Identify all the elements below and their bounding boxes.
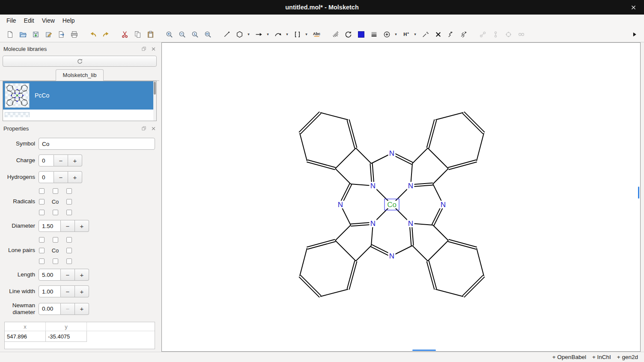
atom-label-Co[interactable]: Co bbox=[387, 201, 397, 209]
hydrogens-decrease-button[interactable]: − bbox=[54, 171, 68, 183]
radical-checkbox[interactable] bbox=[39, 210, 45, 215]
radical-checkbox[interactable] bbox=[53, 210, 58, 215]
atom-label-N[interactable]: N bbox=[370, 182, 376, 190]
radical-checkbox[interactable] bbox=[53, 188, 58, 194]
line-width-tool-button[interactable] bbox=[367, 28, 380, 40]
diameter-increase-button[interactable]: + bbox=[75, 220, 89, 232]
lone-pair-checkbox[interactable] bbox=[39, 258, 45, 264]
radical-checkbox[interactable] bbox=[39, 199, 45, 205]
charge-tool-button[interactable] bbox=[380, 28, 393, 40]
refresh-library-button[interactable] bbox=[3, 56, 157, 67]
bracket-tool-button[interactable] bbox=[291, 28, 304, 40]
menu-file[interactable]: File bbox=[3, 15, 20, 27]
menu-help[interactable]: Help bbox=[59, 15, 79, 27]
rotate-tool-button[interactable] bbox=[342, 28, 355, 40]
redo-button[interactable] bbox=[99, 28, 112, 40]
charge-decrease-button[interactable]: − bbox=[54, 154, 68, 166]
text-tool-button[interactable]: Abc bbox=[310, 28, 323, 40]
lone-pair-checkbox[interactable] bbox=[53, 258, 58, 264]
length-increase-button[interactable]: + bbox=[75, 269, 89, 281]
library-scrollbar[interactable] bbox=[153, 81, 156, 121]
atom-label-N[interactable]: N bbox=[389, 252, 394, 260]
lone-pair-checkbox[interactable] bbox=[39, 248, 45, 253]
arrow-tool-dropdown-caret[interactable]: ▾ bbox=[265, 28, 271, 40]
hash-bond-tool-button[interactable] bbox=[329, 28, 342, 40]
line-width-increase-button[interactable]: + bbox=[75, 285, 89, 297]
canvas-vertical-scrollbar[interactable] bbox=[638, 187, 639, 199]
properties-dock-close-button[interactable] bbox=[150, 125, 157, 132]
lone-pair-checkbox[interactable] bbox=[39, 237, 45, 243]
lone-pair-checkbox[interactable] bbox=[66, 237, 72, 243]
atom-label-N[interactable]: N bbox=[389, 149, 394, 157]
coordinates-column-y[interactable]: y bbox=[46, 322, 87, 331]
library-item-partial[interactable] bbox=[5, 112, 30, 117]
hydrogens-input[interactable] bbox=[39, 171, 54, 183]
export-document-button[interactable] bbox=[55, 28, 68, 40]
zoom-original-button[interactable]: 1 bbox=[188, 28, 201, 40]
coordinate-x-cell[interactable]: 547.896 bbox=[5, 331, 46, 342]
print-document-button[interactable] bbox=[68, 28, 80, 40]
library-dock-close-button[interactable] bbox=[150, 45, 157, 52]
hydrogen-tool-dropdown-caret[interactable]: ▾ bbox=[412, 28, 418, 40]
tab-molsketch-lib[interactable]: Molsketch_lib bbox=[56, 69, 104, 81]
color-picker-button[interactable] bbox=[355, 28, 367, 40]
lone-pair-checkbox[interactable] bbox=[53, 237, 58, 243]
atom-label-N[interactable]: N bbox=[338, 201, 343, 209]
atom-label-N[interactable]: N bbox=[408, 220, 413, 228]
ring-tool-button[interactable] bbox=[233, 28, 246, 40]
atom-label-N[interactable]: N bbox=[408, 182, 413, 190]
lone-pair-checkbox[interactable] bbox=[66, 248, 72, 253]
copy-button[interactable] bbox=[131, 28, 144, 40]
library-dock-float-button[interactable] bbox=[140, 45, 147, 52]
save-document-as-button[interactable] bbox=[42, 28, 55, 40]
diameter-input[interactable] bbox=[39, 220, 61, 232]
toolbar-overflow-button[interactable] bbox=[628, 28, 641, 40]
zoom-out-button[interactable] bbox=[176, 28, 188, 40]
bracket-tool-dropdown-caret[interactable]: ▾ bbox=[304, 28, 309, 40]
draw-bond-button[interactable] bbox=[220, 28, 233, 40]
atom-label-N[interactable]: N bbox=[441, 201, 446, 209]
radical-checkbox[interactable] bbox=[39, 188, 45, 194]
line-width-decrease-button[interactable]: − bbox=[61, 285, 75, 297]
coordinates-column-x[interactable]: x bbox=[5, 322, 46, 331]
menu-edit[interactable]: Edit bbox=[20, 15, 38, 27]
curved-arrow-tool-button[interactable] bbox=[271, 28, 284, 40]
undo-button[interactable] bbox=[86, 28, 99, 40]
library-scrollbar-thumb[interactable] bbox=[154, 82, 156, 95]
atom-label-N[interactable]: N bbox=[370, 220, 376, 228]
line-width-input[interactable] bbox=[39, 285, 61, 297]
new-document-button[interactable] bbox=[3, 28, 16, 40]
canvas-horizontal-scrollbar[interactable] bbox=[412, 350, 436, 351]
arrow-tool-button[interactable] bbox=[252, 28, 265, 40]
drawing-canvas[interactable]: CoNNNNNNNN bbox=[161, 42, 641, 352]
zoom-fit-button[interactable] bbox=[201, 28, 214, 40]
hydrogens-increase-button[interactable]: + bbox=[68, 171, 82, 183]
diameter-decrease-button[interactable]: − bbox=[61, 220, 75, 232]
save-document-button[interactable] bbox=[29, 28, 42, 40]
zoom-in-button[interactable] bbox=[163, 28, 176, 40]
lone-pair-checkbox[interactable] bbox=[66, 258, 72, 264]
coordinate-y-cell[interactable]: -35.4075 bbox=[46, 331, 87, 342]
open-document-button[interactable] bbox=[16, 28, 29, 40]
electron-pair-shift-tool-button[interactable] bbox=[457, 28, 470, 40]
newman-diameter-input[interactable] bbox=[39, 303, 61, 315]
radical-checkbox[interactable] bbox=[66, 199, 72, 205]
cut-button[interactable] bbox=[118, 28, 131, 40]
library-item-pcco[interactable]: PcCo bbox=[3, 81, 156, 110]
symbol-input[interactable] bbox=[39, 138, 155, 150]
molecule-drawing[interactable]: CoNNNNNNNN bbox=[162, 43, 640, 351]
charge-tool-dropdown-caret[interactable]: ▾ bbox=[393, 28, 399, 40]
menu-view[interactable]: View bbox=[38, 15, 59, 27]
curved-arrow-tool-dropdown-caret[interactable]: ▾ bbox=[284, 28, 290, 40]
radical-checkbox[interactable] bbox=[66, 188, 72, 194]
properties-dock-float-button[interactable] bbox=[140, 125, 147, 132]
window-close-button[interactable] bbox=[629, 3, 638, 12]
delete-tool-button[interactable] bbox=[432, 28, 444, 40]
charge-input[interactable] bbox=[39, 154, 54, 166]
electron-shift-tool-button[interactable] bbox=[444, 28, 457, 40]
length-input[interactable] bbox=[39, 269, 61, 281]
newman-diameter-increase-button[interactable]: + bbox=[75, 303, 89, 315]
paste-button[interactable] bbox=[144, 28, 157, 40]
length-decrease-button[interactable]: − bbox=[61, 269, 75, 281]
hydrogen-tool-button[interactable]: H+ bbox=[400, 28, 412, 40]
